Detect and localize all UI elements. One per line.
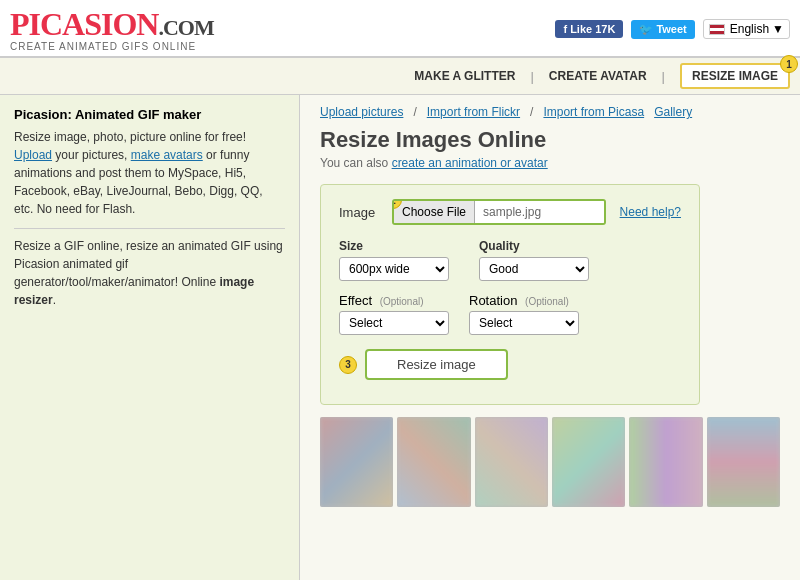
- sidebar-bottom-post: .: [53, 293, 56, 307]
- effect-optional: (Optional): [380, 296, 424, 307]
- fb-icon: f: [563, 23, 567, 35]
- size-group: Size 600px wide 800px wide 1024px wide 5…: [339, 239, 449, 281]
- image-row: Image 2 Choose File sample.jpg Need help…: [339, 199, 681, 225]
- quality-label: Quality: [479, 239, 589, 253]
- logo: PICASION.COM: [10, 6, 214, 43]
- nav-sep-import: /: [413, 105, 416, 119]
- file-name-display: sample.jpg: [475, 201, 604, 223]
- resize-btn-badge: 3: [339, 356, 357, 374]
- navbar: MAKE A GLITTER | CREATE AVATAR | RESIZE …: [0, 58, 800, 95]
- import-picasa-link[interactable]: Import from Picasa: [543, 105, 644, 119]
- effect-select[interactable]: Select Grayscale Sepia Negative: [339, 311, 449, 335]
- gallery-thumb-2[interactable]: [397, 417, 470, 507]
- facebook-like-button[interactable]: f Like 17K: [555, 20, 623, 38]
- sidebar: Picasion: Animated GIF maker Resize imag…: [0, 95, 300, 580]
- resize-image-submit-button[interactable]: Resize image: [365, 349, 508, 380]
- lang-label: English: [730, 22, 769, 36]
- sidebar-upload-link[interactable]: Upload: [14, 148, 52, 162]
- effect-rotation-row: Effect (Optional) Select Grayscale Sepia…: [339, 293, 681, 335]
- effect-label: Effect: [339, 293, 372, 308]
- content-nav: Upload pictures / Import from Flickr / I…: [320, 105, 780, 119]
- image-label: Image: [339, 205, 384, 220]
- sidebar-intro-pre: Resize image, photo, picture online for …: [14, 130, 246, 144]
- quality-select[interactable]: Good Better Best: [479, 257, 589, 281]
- nav-make-glitter[interactable]: MAKE A GLITTER: [414, 69, 515, 83]
- resize-btn-row: 3 Resize image: [339, 349, 681, 380]
- logo-area: PICASION.COM CREATE ANIMATED GIFS ONLINE: [10, 6, 214, 52]
- rotation-select[interactable]: Select 90° CW 90° CCW 180°: [469, 311, 579, 335]
- fb-label: Like 17K: [570, 23, 615, 35]
- thumb-image-2: [397, 417, 470, 507]
- thumb-image-1: [320, 417, 393, 507]
- create-animation-link[interactable]: create an animation or avatar: [392, 156, 548, 170]
- thumb-image-3: [475, 417, 548, 507]
- nav-separator-2: |: [662, 69, 665, 84]
- rotation-optional: (Optional): [525, 296, 569, 307]
- page-subtitle: You can also create an animation or avat…: [320, 156, 780, 170]
- import-flickr-link[interactable]: Import from Flickr: [427, 105, 520, 119]
- rotation-label-row: Rotation (Optional): [469, 293, 579, 308]
- size-select[interactable]: 600px wide 800px wide 1024px wide 50% Cu…: [339, 257, 449, 281]
- tw-label: Tweet: [656, 23, 686, 35]
- effect-group: Effect (Optional) Select Grayscale Sepia…: [339, 293, 449, 335]
- choose-file-button[interactable]: Choose File: [394, 201, 475, 223]
- content-area: Upload pictures / Import from Flickr / I…: [300, 95, 800, 580]
- gallery-thumb-5[interactable]: [629, 417, 702, 507]
- sidebar-bottom: Resize a GIF online, resize an animated …: [14, 228, 285, 309]
- rotation-group: Rotation (Optional) Select 90° CW 90° CC…: [469, 293, 579, 335]
- gallery-thumb-1[interactable]: [320, 417, 393, 507]
- resize-image-label: RESIZE IMAGE: [692, 69, 778, 83]
- header: PICASION.COM CREATE ANIMATED GIFS ONLINE…: [0, 0, 800, 58]
- chevron-down-icon: ▼: [772, 22, 784, 36]
- image-input-wrapper: 2 Choose File sample.jpg: [392, 199, 606, 225]
- nav-resize-image-button[interactable]: RESIZE IMAGE 1: [680, 63, 790, 89]
- rotation-label: Rotation: [469, 293, 517, 308]
- quality-group: Quality Good Better Best: [479, 239, 589, 281]
- twitter-icon: 🐦: [639, 23, 653, 36]
- effect-label-row: Effect (Optional): [339, 293, 449, 308]
- sidebar-heading: Picasion: Animated GIF maker: [14, 107, 285, 122]
- nav-separator-1: |: [530, 69, 533, 84]
- gallery-thumb-6[interactable]: [707, 417, 780, 507]
- resize-badge: 1: [780, 55, 798, 73]
- sidebar-avatars-link[interactable]: make avatars: [131, 148, 203, 162]
- sidebar-intro-mid: your pictures,: [52, 148, 131, 162]
- main-layout: Picasion: Animated GIF maker Resize imag…: [0, 95, 800, 580]
- logo-text: PICASION: [10, 6, 158, 42]
- gallery-link[interactable]: Gallery: [654, 105, 692, 119]
- thumb-image-4: [552, 417, 625, 507]
- thumb-image-5: [629, 417, 702, 507]
- page-title: Resize Images Online: [320, 127, 780, 153]
- gallery-strip: [320, 417, 780, 507]
- subtitle-pre: You can also: [320, 156, 388, 170]
- language-selector[interactable]: English ▼: [703, 19, 790, 39]
- need-help-link[interactable]: Need help?: [620, 205, 681, 219]
- logo-com: .COM: [158, 15, 213, 40]
- nav-sep-picasa: /: [530, 105, 533, 119]
- size-label: Size: [339, 239, 449, 253]
- upload-pictures-link[interactable]: Upload pictures: [320, 105, 403, 119]
- gallery-thumb-3[interactable]: [475, 417, 548, 507]
- nav-create-avatar[interactable]: CREATE AVATAR: [549, 69, 647, 83]
- gallery-thumb-4[interactable]: [552, 417, 625, 507]
- options-row: Size 600px wide 800px wide 1024px wide 5…: [339, 239, 681, 281]
- logo-tagline: CREATE ANIMATED GIFS ONLINE: [10, 41, 214, 52]
- header-right: f Like 17K 🐦 Tweet English ▼: [555, 19, 790, 39]
- resize-form: Image 2 Choose File sample.jpg Need help…: [320, 184, 700, 405]
- flag-icon: [709, 24, 725, 35]
- thumb-image-6: [707, 417, 780, 507]
- sidebar-intro: Resize image, photo, picture online for …: [14, 128, 285, 218]
- twitter-tweet-button[interactable]: 🐦 Tweet: [631, 20, 694, 39]
